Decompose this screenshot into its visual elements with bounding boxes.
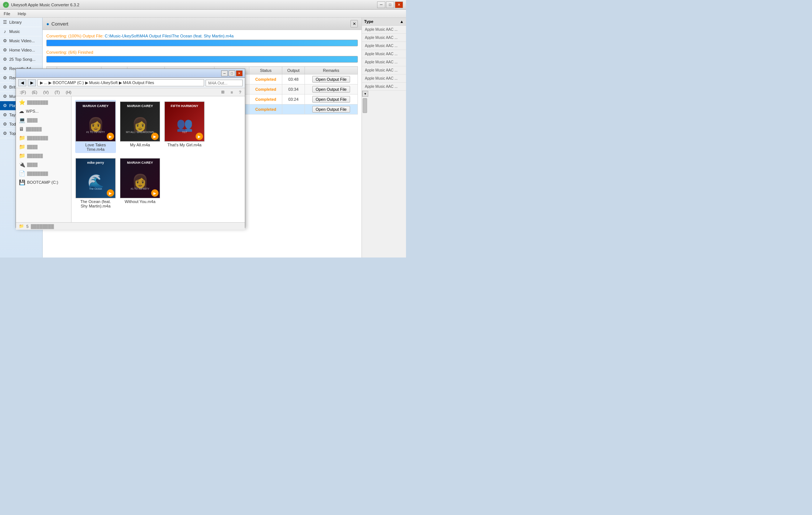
open-output-cell[interactable]: Open Output File — [304, 74, 357, 84]
right-panel-item-4: Apple Music AAC ... — [362, 50, 406, 58]
convert-close-button[interactable]: ✕ — [350, 20, 358, 27]
gear-icon6: ⚙ — [2, 84, 7, 90]
sidebar-item-music-video[interactable]: ⚙ Music Video... — [0, 36, 42, 46]
fe-sidebar-item3[interactable]: 💻 ████ — [16, 116, 71, 124]
convert-icon: ● — [46, 21, 49, 27]
sidebar-item-label: Home Video... — [9, 48, 35, 52]
fe-sidebar-item4[interactable]: 🖥 ██████ — [16, 124, 71, 133]
fe-maximize-button[interactable]: □ — [229, 70, 235, 76]
open-output-cell[interactable]: Open Output File — [304, 94, 357, 104]
sidebar-item-library[interactable]: ☰ Library — [0, 18, 42, 27]
fe-sidebar-item9[interactable]: 📄 ████████ — [16, 169, 71, 178]
fe-sidebar: ⭐ ████████ ☁ WPS... 💻 ████ 🖥 ██████ 📁 ██… — [16, 96, 71, 222]
fe-sidebar-favorites[interactable]: ⭐ ████████ — [16, 98, 71, 107]
gear-icon5: ⚙ — [2, 75, 7, 80]
sidebar-item-music[interactable]: ♪ Music — [0, 27, 42, 36]
fe-sidebar-wps[interactable]: ☁ WPS... — [16, 107, 71, 116]
open-output-cell[interactable]: Open Output File — [304, 84, 357, 94]
scroll-down-arrow[interactable]: ▼ — [362, 91, 368, 97]
right-panel-item-5: Apple Music AAC ... — [362, 58, 406, 66]
play-button-icon[interactable]: ▶ — [107, 189, 114, 197]
fe-search-input[interactable] — [206, 80, 243, 86]
scroll-arrow-up[interactable]: ▲ — [400, 19, 404, 24]
open-output-cell[interactable]: Open Output File — [304, 104, 357, 114]
breadcrumb-text: ▶ ... ▶ BOOTCAMP (C:) ▶ Music-UkeySoft ▶… — [40, 80, 154, 85]
app-icon: ♪ — [3, 2, 9, 8]
maximize-button[interactable]: □ — [386, 1, 394, 8]
fe-view-icon[interactable]: ⊞ — [220, 89, 226, 95]
fe-toolbar-t[interactable]: (T) — [53, 90, 61, 95]
converting-text-2: Converting: — [46, 50, 67, 54]
open-output-file-button[interactable]: Open Output File — [312, 96, 350, 103]
file-explorer: ─ □ ✕ ◀ ▶ ▶ ... ▶ BOOTCAMP (C:) ▶ Music-… — [16, 69, 245, 228]
open-output-file-button[interactable]: Open Output File — [312, 106, 350, 113]
sidebar-item-home-video[interactable]: ⚙ Home Video... — [0, 46, 42, 55]
scroll-thumb[interactable] — [363, 98, 367, 113]
right-panel-item-8: Apple Music AAC ... — [362, 83, 406, 91]
folder-icon1: 📁 — [19, 135, 25, 141]
right-scrollbar[interactable]: ▲ ▼ — [362, 91, 368, 97]
table-cell: 03:24 — [282, 94, 304, 104]
sidebar-item-25-top[interactable]: ⚙ 25 Top Song... — [0, 55, 42, 64]
progress-section-2: Converting: (6/6) Finished — [46, 50, 358, 63]
file-name-label: The Ocean (feat. Shy Martin).m4a — [77, 199, 114, 208]
open-output-file-button[interactable]: Open Output File — [312, 76, 350, 83]
table-cell: Completed — [249, 84, 282, 94]
play-button-icon[interactable]: ▶ — [196, 133, 203, 140]
fe-toolbar-v[interactable]: (V) — [42, 90, 50, 95]
list-item[interactable]: FIFTH HARMONY👥7/27▶That's My Girl.m4a — [164, 100, 205, 153]
play-button-icon[interactable]: ▶ — [151, 133, 159, 140]
sidebar-item-label: 25 Top Song... — [9, 57, 36, 62]
album-art: mike perry🌊The Ocean▶ — [76, 158, 116, 198]
fe-sidebar-item7[interactable]: 📁 ██████ — [16, 151, 71, 160]
fe-sidebar-item6[interactable]: 📁 ████ — [16, 142, 71, 151]
fe-sidebar-item8[interactable]: 🔌 ████ — [16, 160, 71, 169]
fe-close-button[interactable]: ✕ — [236, 70, 243, 76]
fe-forward-button[interactable]: ▶ — [28, 79, 36, 86]
fe-help-button[interactable]: ? — [237, 90, 243, 95]
progress-section-1: Converting: (100%) Output File: C:\Music… — [46, 34, 358, 46]
status-text: Completed — [255, 97, 276, 102]
status-text: Completed — [255, 107, 276, 112]
fe-sidebar-label: ████ — [27, 145, 37, 149]
gear-icon9: ⚙ — [2, 112, 7, 117]
play-button-icon[interactable]: ▶ — [107, 133, 114, 140]
fe-back-button[interactable]: ◀ — [18, 79, 26, 86]
album-figure: 👩 — [132, 117, 149, 132]
progress-bar-2 — [47, 56, 357, 62]
fe-sidebar-bootcamp[interactable]: 💾 BOOTCAMP (C:) — [16, 178, 71, 187]
output-label-1: Output File: — [83, 34, 104, 38]
table-cell: Completed — [249, 104, 282, 114]
gear-icon11: ⚙ — [2, 131, 7, 136]
open-output-file-button[interactable]: Open Output File — [312, 86, 350, 93]
fe-breadcrumb[interactable]: ▶ ... ▶ BOOTCAMP (C:) ▶ Music-UkeySoft ▶… — [37, 79, 204, 86]
fe-sidebar-label: BOOTCAMP (C:) — [27, 180, 58, 185]
minimize-button[interactable]: ─ — [377, 1, 385, 8]
fe-toolbar-h[interactable]: (H) — [64, 90, 73, 95]
gear-icon10: ⚙ — [2, 122, 7, 127]
list-item[interactable]: MARIAH CAREY👩#1 TO INFINITY▶Love Takes T… — [75, 100, 116, 153]
sidebar-item-label: Music — [9, 29, 20, 34]
fe-address-bar: ◀ ▶ ▶ ... ▶ BOOTCAMP (C:) ▶ Music-UkeySo… — [16, 78, 245, 88]
table-cell: Completed — [249, 94, 282, 104]
close-button[interactable]: ✕ — [395, 1, 403, 8]
col-status: Status — [249, 67, 282, 74]
menu-file[interactable]: File — [2, 11, 12, 17]
play-button-icon[interactable]: ▶ — [151, 189, 159, 197]
sidebar-item-label: Music Video... — [9, 39, 35, 43]
folder-icon2: 📁 — [19, 144, 25, 150]
menu-help[interactable]: Help — [16, 11, 28, 17]
list-item[interactable]: mike perry🌊The Ocean▶The Ocean (feat. Sh… — [75, 157, 116, 210]
list-item[interactable]: MARIAH CAREY👩MY ALL / BREAKDOWN▶My All.m… — [120, 100, 160, 153]
computer-icon: 💻 — [19, 117, 25, 123]
list-item[interactable]: MARIAH CAREY👩#1 TO INFINITY▶Without You.… — [120, 157, 160, 210]
finished-text: Finished — [78, 50, 93, 54]
fe-toolbar-e[interactable]: (E) — [30, 90, 39, 95]
fe-sidebar-item5[interactable]: 📁 ████████ — [16, 133, 71, 142]
sidebar-item-label: Library — [9, 20, 22, 24]
fe-toolbar-f[interactable]: :(F) — [18, 90, 27, 95]
fe-minimize-button[interactable]: ─ — [221, 70, 228, 76]
fe-view-list[interactable]: ≡ — [229, 90, 234, 95]
app-title: Ukeysoft Apple Music Converter 6.3.2 — [11, 3, 79, 7]
col-output: Output — [282, 67, 304, 74]
